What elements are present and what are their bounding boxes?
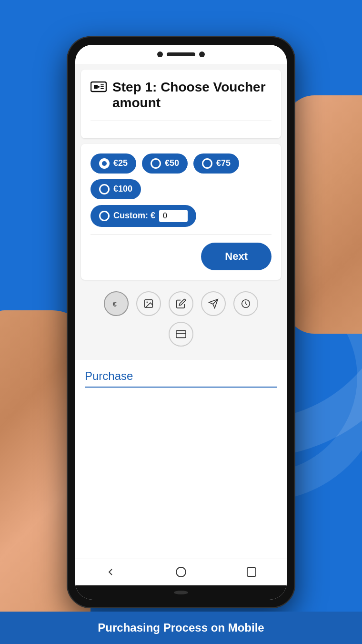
options-card: €25 €50 €75 €100 [81, 144, 281, 280]
next-row: Next [90, 243, 272, 270]
amount-100-label: €100 [113, 184, 132, 194]
euro-icon-btn[interactable]: € [104, 291, 129, 316]
camera-notch [157, 51, 205, 57]
lg-logo [174, 591, 188, 594]
icon-row-2 [85, 322, 277, 347]
step-header: Step 1: Choose Voucher amount [90, 79, 272, 111]
svg-rect-1 [94, 85, 98, 89]
amount-100-button[interactable]: €100 [90, 179, 141, 199]
custom-label: Custom: € [113, 211, 155, 221]
voucher-icon [90, 80, 107, 97]
bottom-area: Purchase [75, 360, 287, 559]
icon-row-1: € [85, 291, 277, 316]
step-title: Step 1: Choose Voucher amount [112, 79, 272, 111]
custom-amount-row: Custom: € [90, 205, 196, 227]
amount-75-label: €75 [216, 158, 231, 168]
radio-50 [151, 158, 161, 169]
phone-screen: Step 1: Choose Voucher amount €25 €50 [75, 45, 287, 600]
amount-options: €25 €50 €75 €100 [90, 153, 272, 199]
header-divider [90, 121, 272, 121]
screen-content: Step 1: Choose Voucher amount €25 €50 [75, 64, 287, 585]
radio-custom [99, 211, 110, 221]
phone-device: Step 1: Choose Voucher amount €25 €50 [67, 36, 295, 608]
hand-right [286, 95, 362, 334]
next-button[interactable]: Next [201, 243, 272, 270]
svg-point-14 [176, 567, 186, 577]
card-icon-btn[interactable] [169, 322, 193, 347]
svg-rect-12 [176, 330, 186, 337]
svg-rect-15 [247, 568, 256, 576]
purchase-label: Purchase [85, 369, 277, 383]
custom-amount-input[interactable] [159, 210, 188, 222]
bottom-banner: Purchasing Process on Mobile [0, 612, 362, 644]
banner-text: Purchasing Process on Mobile [98, 621, 264, 634]
send-icon-btn[interactable] [201, 291, 226, 316]
radio-25 [99, 158, 110, 169]
clock-icon-btn[interactable] [233, 291, 258, 316]
status-bar [75, 45, 287, 64]
sensor-dot [199, 51, 205, 57]
amount-50-label: €50 [165, 158, 179, 168]
phone-bottom [75, 585, 287, 600]
edit-icon-btn[interactable] [169, 291, 193, 316]
step-header-card: Step 1: Choose Voucher amount [81, 70, 281, 138]
amount-25-label: €25 [113, 158, 128, 168]
home-button[interactable] [167, 562, 195, 582]
recent-button[interactable] [237, 562, 266, 582]
amount-75-button[interactable]: €75 [193, 153, 239, 174]
svg-point-8 [146, 301, 148, 303]
purchase-underline [85, 387, 277, 388]
svg-text:€: € [113, 300, 117, 307]
amount-25-button[interactable]: €25 [90, 153, 136, 174]
radio-75 [202, 158, 212, 169]
camera-dot [157, 51, 163, 57]
back-button[interactable] [96, 562, 125, 582]
amount-50-button[interactable]: €50 [142, 153, 188, 174]
options-divider [90, 235, 272, 235]
speaker [167, 52, 195, 56]
radio-100 [99, 184, 110, 194]
icon-toolbar: € [75, 286, 287, 360]
image-icon-btn[interactable] [136, 291, 161, 316]
svg-point-2 [98, 86, 100, 88]
navigation-bar [75, 559, 287, 585]
